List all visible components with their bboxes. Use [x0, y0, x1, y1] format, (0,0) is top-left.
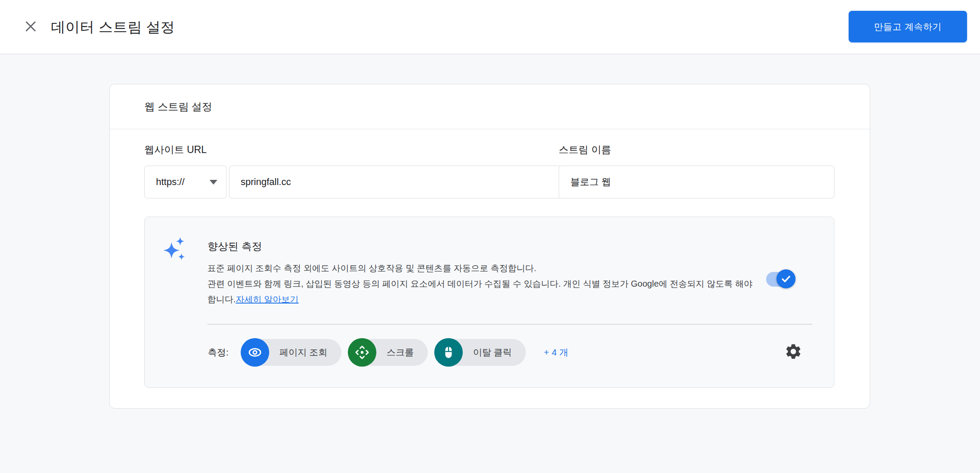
chevron-down-icon: [210, 180, 217, 185]
protocol-selected-value: https://: [156, 176, 185, 188]
page-title: 데이터 스트림 설정: [51, 0, 175, 54]
description-line-1: 표준 페이지 조회수 측정 외에도 사이트의 상호작용 및 콘텐츠를 자동으로 …: [207, 260, 763, 276]
chip-outbound-click[interactable]: 이탈 클릭: [435, 339, 526, 366]
enhanced-measurement-description: 표준 페이지 조회수 측정 외에도 사이트의 상호작용 및 콘텐츠를 자동으로 …: [207, 260, 763, 307]
app-bar: 데이터 스트림 설정 만들고 계속하기: [0, 0, 980, 54]
eye-icon: [241, 338, 269, 367]
web-stream-settings-card: 웹 스트림 설정 웹사이트 URL 스트림 이름 https:// 향상된 측정…: [109, 84, 870, 409]
close-button[interactable]: [21, 17, 41, 37]
measure-label: 측정:: [208, 346, 229, 358]
chip-page-view[interactable]: 페이지 조회: [242, 339, 341, 366]
chip-scroll[interactable]: 스크롤: [349, 339, 428, 366]
stream-name-input[interactable]: [559, 166, 834, 198]
enhanced-measurement-title: 향상된 측정: [207, 240, 262, 253]
panel-divider: [207, 324, 812, 325]
card-title: 웹 스트림 설정: [110, 84, 870, 129]
description-line-2: 관련 이벤트와 함께 링크, 삽입된 동영상 등의 페이지 요소에서 데이터가 …: [207, 276, 763, 307]
enhanced-measurement-toggle[interactable]: [766, 268, 796, 290]
more-measurements-link[interactable]: + 4 개: [544, 346, 569, 358]
check-icon: [780, 273, 792, 284]
enhanced-measurement-panel: 향상된 측정 표준 페이지 조회수 측정 외에도 사이트의 상호작용 및 콘텐츠…: [144, 217, 834, 388]
toggle-thumb-on: [776, 269, 795, 288]
create-and-continue-button[interactable]: 만들고 계속하기: [849, 11, 967, 42]
measurement-chips-row: 측정: 페이지 조회 스크롤: [208, 337, 817, 368]
measurement-settings-button[interactable]: [783, 342, 804, 363]
data-stream-setup-dialog: 데이터 스트림 설정 만들고 계속하기 웹 스트림 설정 웹사이트 URL 스트…: [0, 0, 980, 473]
website-url-label: 웹사이트 URL: [144, 143, 207, 157]
stream-name-label: 스트림 이름: [559, 143, 611, 157]
mouse-icon: [434, 338, 463, 367]
sparkle-icon: [164, 236, 190, 263]
close-icon: [23, 19, 38, 35]
gear-icon: [784, 342, 802, 362]
learn-more-link[interactable]: 자세히 알아보기: [236, 294, 299, 304]
scroll-icon: [348, 338, 376, 367]
protocol-select[interactable]: https://: [144, 166, 226, 198]
